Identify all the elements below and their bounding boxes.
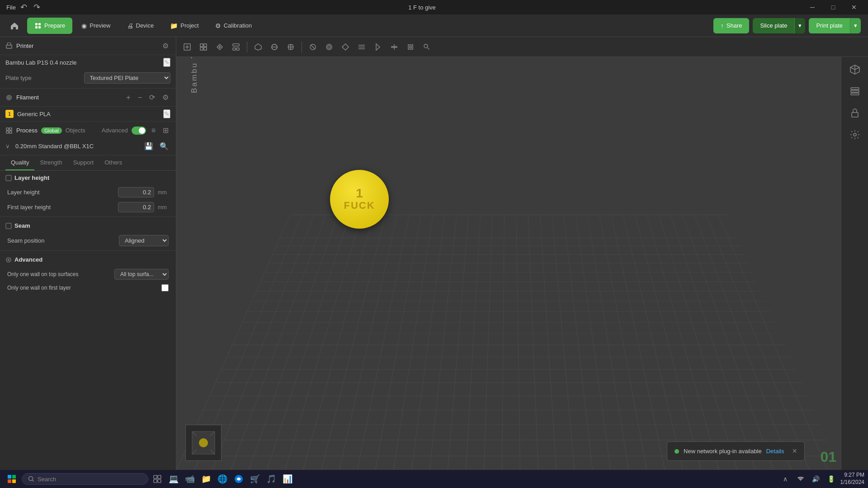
file-menu-button[interactable]: File — [6, 4, 16, 11]
taskbar-battery-icon[interactable]: 🔋 — [825, 473, 838, 485]
canvas-toolbar — [176, 37, 868, 57]
seam-group-header[interactable]: Seam — [0, 219, 176, 233]
undo-button[interactable]: ↶ — [19, 3, 29, 11]
tab-device[interactable]: 🖨 Device — [120, 18, 161, 34]
taskbar-app-1[interactable]: 💻 — [166, 472, 181, 486]
auto-orient-button[interactable] — [212, 40, 227, 54]
add-object-button[interactable] — [180, 40, 194, 54]
printer-edit-button[interactable]: ✎ — [163, 58, 170, 67]
filament-color-badge: 1 — [5, 110, 14, 118]
seam-group-title: Seam — [14, 222, 30, 229]
tab-calibration[interactable]: ⚙ Calibration — [208, 18, 259, 34]
filament-settings-button[interactable]: ⚙ — [160, 92, 170, 103]
tab-project[interactable]: 📁 Project — [163, 18, 206, 34]
notification-bar: New network plug-in available Details × — [667, 441, 805, 461]
notification-link[interactable]: Details — [766, 448, 784, 455]
advanced-group-header[interactable]: Advanced — [0, 253, 176, 267]
slicer-button-1[interactable] — [306, 40, 320, 54]
one-wall-first-row: Only one wall on first layer — [0, 282, 176, 294]
taskbar-app-4[interactable]: 🌐 — [215, 472, 230, 486]
lock-button[interactable] — [846, 104, 864, 122]
objects-badge[interactable]: Objects — [66, 127, 85, 134]
system-clock[interactable]: 9:27 PM 1/16/2024 — [840, 472, 864, 486]
slicer-button-6[interactable] — [387, 40, 401, 54]
orient-cube-button[interactable] — [846, 61, 864, 79]
taskbar-sound-icon[interactable]: 🔊 — [810, 473, 822, 485]
slice-plate-arrow[interactable]: ▾ — [794, 18, 805, 33]
share-button[interactable]: ↑ Share — [713, 18, 750, 33]
filament-edit-button[interactable]: ✎ — [163, 109, 170, 118]
slicer-button-3[interactable] — [338, 40, 353, 54]
taskbar-app-7[interactable]: 🎵 — [264, 472, 278, 486]
tab-prepare[interactable]: Prepare — [27, 18, 72, 34]
tab-preview[interactable]: ◉ Preview — [74, 18, 118, 34]
tab-others[interactable]: Others — [99, 155, 127, 170]
taskbar-app-2[interactable]: 📹 — [183, 472, 197, 486]
minimize-button[interactable]: ─ — [802, 0, 823, 14]
slicer-button-5[interactable] — [371, 40, 385, 54]
preset-save-button[interactable]: 💾 — [142, 141, 155, 151]
view-mode-button-3[interactable] — [283, 40, 298, 54]
taskbar-network-icon[interactable] — [794, 473, 807, 485]
advanced-group-title: Advanced — [14, 256, 42, 263]
taskbar-app-6[interactable]: 🛒 — [248, 472, 262, 486]
tab-strength[interactable]: Strength — [34, 155, 67, 170]
printer-settings-button[interactable]: ⚙ — [160, 41, 170, 51]
viewport[interactable]: Bambu Textured PEI Plate 1 FUCK 01 — [176, 57, 841, 470]
preset-search-button[interactable]: 🔍 — [158, 141, 170, 151]
slicer-button-4[interactable] — [354, 40, 369, 54]
close-button[interactable]: ✕ — [844, 0, 864, 14]
model-text-line1: 1 — [356, 187, 363, 200]
print-plate-main[interactable]: Print plate — [809, 18, 850, 33]
gear-settings-button[interactable] — [846, 126, 864, 144]
print-plate-arrow[interactable]: ▾ — [850, 18, 861, 33]
filament-sync-button[interactable]: ⟳ — [147, 92, 157, 103]
home-button[interactable] — [7, 19, 22, 33]
start-button[interactable] — [4, 471, 20, 487]
printer-name: Bambu Lab P1S 0.4 nozzle — [5, 59, 160, 66]
taskbar-app-3[interactable]: 📁 — [199, 472, 213, 486]
remove-filament-button[interactable]: − — [136, 93, 144, 103]
process-compare-button[interactable]: ⊞ — [161, 125, 170, 136]
advanced-toggle[interactable] — [132, 127, 146, 135]
seam-position-select[interactable]: Aligned — [119, 235, 169, 246]
taskbar-up-arrow[interactable]: ∧ — [779, 473, 792, 485]
svg-rect-19 — [233, 44, 239, 46]
taskbar-multitask-button[interactable] — [150, 472, 165, 486]
svg-rect-11 — [6, 175, 11, 181]
slicer-button-7[interactable] — [403, 40, 418, 54]
redo-button[interactable]: ↷ — [32, 3, 42, 11]
process-notes-button[interactable]: ≡ — [150, 126, 157, 136]
first-layer-height-input[interactable] — [118, 202, 154, 212]
tab-quality[interactable]: Quality — [5, 155, 34, 170]
global-badge[interactable]: Global — [41, 127, 62, 134]
view-mode-button-1[interactable] — [251, 40, 265, 54]
grid-button[interactable] — [196, 40, 211, 54]
one-wall-top-select[interactable]: All top surfa... — [114, 269, 169, 280]
layer-height-input[interactable] — [118, 187, 154, 197]
notification-close-button[interactable]: × — [792, 446, 797, 456]
add-filament-button[interactable]: + — [124, 93, 132, 103]
maximize-button[interactable]: □ — [823, 0, 844, 14]
slicer-button-2[interactable] — [322, 40, 336, 54]
model-object[interactable]: 1 FUCK — [330, 170, 389, 229]
view-mode-button-2[interactable] — [267, 40, 282, 54]
taskbar-app-5[interactable] — [231, 472, 246, 486]
plate-thumbnail — [185, 425, 222, 461]
quality-tabs: Quality Strength Support Others — [0, 155, 176, 171]
view-list-button[interactable] — [846, 82, 864, 100]
taskbar: Search 💻 📹 📁 🌐 🛒 🎵 📊 ∧ 🔊 🔋 9:27 PM 1/16/… — [0, 470, 868, 488]
svg-point-45 — [29, 477, 33, 481]
layer-height-group-header[interactable]: Layer height — [0, 171, 176, 185]
one-wall-first-checkbox[interactable] — [161, 284, 169, 291]
search-bar[interactable]: Search — [22, 473, 148, 485]
layout-button[interactable] — [229, 40, 243, 54]
svg-rect-8 — [9, 128, 12, 130]
slicer-button-8[interactable] — [420, 40, 434, 54]
taskbar-app-8[interactable]: 📊 — [280, 472, 295, 486]
viewport-grid — [176, 215, 841, 470]
svg-rect-36 — [851, 88, 859, 89]
tab-support[interactable]: Support — [68, 155, 99, 170]
slice-plate-main[interactable]: Slice plate — [753, 18, 794, 33]
plate-type-select[interactable]: Textured PEI Plate — [84, 72, 171, 84]
